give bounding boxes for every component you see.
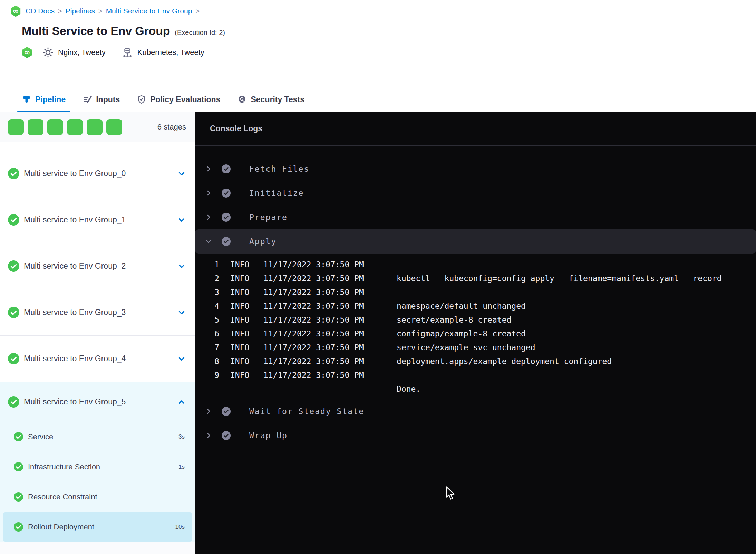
log-line: Done. [210, 382, 756, 396]
breadcrumb-link-pipelines[interactable]: Pipelines [66, 7, 95, 15]
log-line: 5 INFO 11/17/2022 3:07:50 PM secret/exam… [210, 313, 756, 327]
stage-row-multi-service-to-env-group-3[interactable]: Multi service to Env Group_3 [0, 289, 195, 336]
policy-evaluations-icon [137, 95, 146, 104]
log-section-apply[interactable]: Apply [195, 229, 756, 254]
log-section-initialize[interactable]: Initialize [195, 181, 756, 205]
success-check-icon [14, 462, 23, 471]
log-timestamp: 11/17/2022 3:07:50 PM [263, 313, 364, 327]
step-row-infrastructure-section[interactable]: Infrastructure Section 1s [3, 452, 192, 482]
step-duration: 3s [178, 433, 185, 440]
breadcrumb: ∞ CD Docs>Pipelines>Multi Service to Env… [10, 5, 756, 17]
pipeline-icon [22, 95, 31, 104]
stage-progress-square[interactable] [67, 119, 83, 135]
page-title: Multi Service to Env Group [22, 24, 170, 38]
stage-row-multi-service-to-env-group-4[interactable]: Multi service to Env Group_4 [0, 336, 195, 382]
log-section-label: Wrap Up [249, 431, 288, 440]
log-timestamp: 11/17/2022 3:07:50 PM [263, 354, 364, 368]
log-line: 8 INFO 11/17/2022 3:07:50 PM deployment.… [210, 354, 756, 368]
log-section-wait-for-steady-state[interactable]: Wait for Steady State [195, 399, 756, 423]
stage-label: Multi service to Env Group_2 [24, 261, 177, 271]
step-duration: 10s [175, 524, 185, 531]
stage-progress-square[interactable] [8, 119, 24, 135]
log-message: service/example-svc unchanged [397, 341, 535, 354]
log-section-fetch-files[interactable]: Fetch Files [195, 157, 756, 181]
stage-row-multi-service-to-env-group-5[interactable]: Multi service to Env Group_5 [0, 382, 195, 422]
log-timestamp: 11/17/2022 3:07:50 PM [263, 285, 364, 299]
stage-progress-square[interactable] [47, 119, 63, 135]
log-level: INFO [230, 368, 250, 382]
log-level: INFO [230, 258, 250, 271]
log-timestamp: 11/17/2022 3:07:50 PM [263, 271, 364, 285]
stages-sidebar: 6 stages Multi service to Env Group_0 Mu… [0, 112, 195, 554]
stage-progress-square[interactable] [106, 119, 122, 135]
breadcrumb-link-cd-docs[interactable]: CD Docs [26, 7, 55, 15]
chevron-right-icon[interactable] [205, 432, 212, 439]
log-timestamp: 11/17/2022 3:07:50 PM [263, 327, 364, 341]
stage-list: Multi service to Env Group_0 Multi servi… [0, 142, 195, 542]
chevron-right-icon[interactable] [205, 165, 212, 172]
step-row-rollout-deployment[interactable]: Rollout Deployment 10s [3, 512, 192, 542]
log-line-number: 7 [210, 341, 219, 354]
stage-label: Multi service to Env Group_1 [24, 215, 177, 225]
console-logs-title: Console Logs [210, 124, 262, 133]
chevron-up-icon[interactable] [177, 398, 186, 407]
tab-label: Inputs [96, 95, 120, 104]
environments-label: Kubernetes, Tweety [137, 48, 204, 57]
breadcrumb-link-multi-service-to-env-group[interactable]: Multi Service to Env Group [106, 7, 192, 15]
step-row-resource-constraint[interactable]: Resource Constraint [3, 482, 192, 512]
stage-progress-squares [8, 119, 122, 135]
log-level [230, 382, 250, 396]
log-line-number: 4 [210, 299, 219, 313]
log-section-wrap-up[interactable]: Wrap Up [195, 423, 756, 448]
chevron-down-icon[interactable] [177, 308, 186, 317]
step-label: Resource Constraint [28, 493, 185, 502]
log-section-prepare[interactable]: Prepare [195, 205, 756, 229]
stage-row-multi-service-to-env-group-2[interactable]: Multi service to Env Group_2 [0, 243, 195, 289]
stage-count-label: 6 stages [157, 123, 186, 132]
stage-row-multi-service-to-env-group-1[interactable]: Multi service to Env Group_1 [0, 197, 195, 243]
breadcrumb-separator: > [98, 7, 103, 15]
success-check-icon [8, 396, 19, 408]
stage-progress-square[interactable] [87, 119, 103, 135]
success-check-icon [8, 214, 19, 226]
log-line: 9 INFO 11/17/2022 3:07:50 PM [210, 368, 756, 382]
tab-security-tests[interactable]: Security Tests [233, 87, 309, 112]
stage-row-multi-service-to-env-group-0[interactable]: Multi service to Env Group_0 [0, 151, 195, 197]
log-line: 6 INFO 11/17/2022 3:07:50 PM configmap/e… [210, 327, 756, 341]
tab-policy-evaluations[interactable]: Policy Evaluations [132, 87, 225, 112]
log-line: 2 INFO 11/17/2022 3:07:50 PM kubectl --k… [210, 271, 756, 285]
stage-progress-square[interactable] [28, 119, 43, 135]
chevron-right-icon[interactable] [205, 214, 212, 221]
chevron-down-icon[interactable] [177, 354, 186, 363]
stage-label: Multi service to Env Group_4 [24, 354, 177, 363]
environments-icon [122, 47, 133, 58]
breadcrumb-separator: > [58, 7, 62, 15]
services-environments-row: ∞ Nginx, Tweety Kubernetes, Tweety [22, 46, 756, 59]
chevron-down-icon[interactable] [205, 238, 212, 245]
log-message: deployment.apps/example-deployment confi… [397, 354, 612, 368]
tab-inputs[interactable]: Inputs [78, 87, 125, 112]
step-row-service[interactable]: Service 3s [3, 422, 192, 452]
log-section-label: Fetch Files [249, 164, 309, 173]
page-header: ∞ CD Docs>Pipelines>Multi Service to Env… [0, 0, 756, 87]
chevron-right-icon[interactable] [205, 190, 212, 197]
log-level: INFO [230, 271, 250, 285]
tab-pipeline[interactable]: Pipeline [17, 87, 70, 112]
success-check-icon [14, 522, 23, 532]
chevron-down-icon[interactable] [177, 169, 186, 178]
chevron-down-icon[interactable] [177, 216, 186, 225]
tab-label: Security Tests [251, 95, 304, 104]
chevron-right-icon[interactable] [205, 408, 212, 415]
chevron-down-icon[interactable] [177, 262, 186, 271]
success-check-icon [8, 260, 19, 272]
success-check-icon [222, 213, 231, 222]
security-tests-icon [238, 95, 246, 104]
success-check-icon [222, 407, 231, 416]
services-label: Nginx, Tweety [58, 48, 106, 57]
step-duration: 1s [178, 464, 185, 470]
log-level: INFO [230, 341, 250, 354]
log-line-number: 9 [210, 368, 219, 382]
breadcrumb-separator: > [195, 7, 200, 15]
gear-icon [43, 47, 53, 58]
title-row: Multi Service to Env Group (Execution Id… [22, 24, 756, 38]
